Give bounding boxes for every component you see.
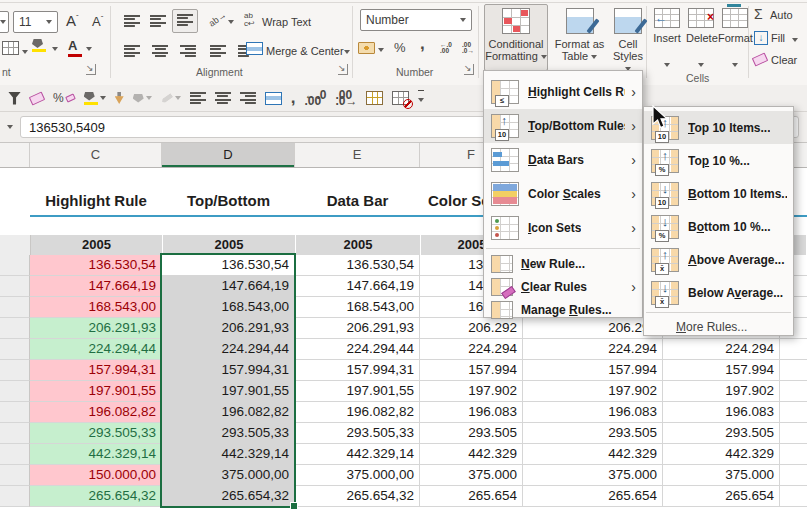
- cell-icon-set[interactable]: 442.329: [523, 444, 663, 465]
- cell-extra[interactable]: 442.329: [663, 444, 780, 465]
- cell-extra[interactable]: 197.902: [663, 381, 780, 402]
- submenu-item[interactable]: ↓ % Bottom 10 %...: [644, 210, 793, 243]
- cell-highlight-rule[interactable]: 196.082,82: [30, 402, 162, 423]
- cell-extra[interactable]: 224.294: [663, 339, 780, 360]
- cell-extra[interactable]: 157.994: [663, 360, 780, 381]
- increase-decimal-button[interactable]: ←.0.00: [440, 42, 452, 54]
- cell-empty[interactable]: [780, 486, 807, 507]
- cell-highlight-rule[interactable]: 150.000,00: [30, 465, 162, 486]
- cell-color-scale[interactable]: 206.292: [420, 318, 523, 339]
- percent-style-button[interactable]: %: [394, 40, 406, 55]
- cell-icon-set[interactable]: 265.654: [523, 486, 663, 507]
- decrease-font-size-button[interactable]: Aˇ: [92, 14, 103, 29]
- cell-icon-set[interactable]: 197.902: [523, 381, 663, 402]
- clear-button[interactable]: Clear: [771, 54, 797, 66]
- cell-icon-set[interactable]: 157.994: [523, 360, 663, 381]
- table-icon[interactable]: [366, 91, 383, 105]
- decrease-decimal-icon[interactable]: .00.0→: [335, 92, 357, 104]
- align-right-icon[interactable]: [240, 92, 256, 104]
- cell-top-bottom[interactable]: 196.082,82: [162, 402, 295, 423]
- cell-highlight-rule[interactable]: 293.505,33: [30, 423, 162, 444]
- menu-item[interactable]: Manage Rules...: [484, 298, 642, 321]
- column-header-E[interactable]: E: [295, 143, 420, 167]
- orientation-button[interactable]: ab→: [207, 9, 228, 28]
- cell-icon-set[interactable]: 375.000: [523, 465, 663, 486]
- cell-data-bar[interactable]: 197.901,55: [295, 381, 420, 402]
- decrease-decimal-button[interactable]: .00.0→: [462, 42, 474, 54]
- cell-empty[interactable]: [780, 465, 807, 486]
- cell-data-bar[interactable]: 375.000,00: [295, 465, 420, 486]
- fill-color-button[interactable]: [32, 39, 46, 52]
- number-dialog-launcher[interactable]: ↘: [464, 64, 474, 75]
- cell-top-bottom[interactable]: 136.530,54: [162, 255, 295, 276]
- wrap-text-button[interactable]: Wrap Text: [262, 16, 311, 28]
- more-options-icon[interactable]: [418, 90, 424, 106]
- accounting-format-button[interactable]: [358, 42, 375, 56]
- cell-empty[interactable]: [780, 444, 807, 465]
- cell-extra[interactable]: 293.505: [663, 423, 780, 444]
- comma-style-button[interactable]: ,: [420, 34, 425, 54]
- cell-top-bottom[interactable]: 197.901,55: [162, 381, 295, 402]
- cell-color-scale[interactable]: 293.505: [420, 423, 523, 444]
- cell-empty[interactable]: [780, 402, 807, 423]
- eraser-icon[interactable]: [30, 94, 44, 103]
- align-left-icon[interactable]: [190, 92, 206, 104]
- year-header[interactable]: 2005: [31, 235, 163, 255]
- font-color-button[interactable]: A: [68, 38, 82, 57]
- cell-top-bottom[interactable]: 224.294,44: [162, 339, 295, 360]
- column-header-stub[interactable]: [0, 143, 30, 167]
- cell-extra[interactable]: 196.083: [663, 402, 780, 423]
- cell-color-scale[interactable]: 196.083: [420, 402, 523, 423]
- cell-highlight-rule[interactable]: 168.543,00: [30, 297, 162, 318]
- borders-button[interactable]: [2, 41, 28, 57]
- merge-center-icon[interactable]: [265, 92, 282, 105]
- column-header-D[interactable]: D: [162, 143, 295, 167]
- cell-top-bottom[interactable]: 206.291,93: [162, 318, 295, 339]
- cell-icon-set[interactable]: 293.505: [523, 423, 663, 444]
- cell-data-bar[interactable]: 265.654,32: [295, 486, 420, 507]
- cell-highlight-rule[interactable]: 157.994,31: [30, 360, 162, 381]
- cell-data-bar[interactable]: 136.530,54: [295, 255, 420, 276]
- cell-top-bottom[interactable]: 293.505,33: [162, 423, 295, 444]
- year-header[interactable]: 2005: [296, 235, 421, 255]
- cell-data-bar[interactable]: 196.082,82: [295, 402, 420, 423]
- autosum-button[interactable]: Auto: [770, 9, 793, 21]
- data-validation-icon[interactable]: [392, 91, 409, 105]
- section-header-highlight-rule[interactable]: Highlight Rule: [30, 188, 162, 214]
- cell-color-scale[interactable]: 157.994: [420, 360, 523, 381]
- filter-icon[interactable]: [8, 92, 21, 105]
- align-center-icon[interactable]: [215, 92, 231, 104]
- comma-style-icon[interactable]: ,: [291, 88, 296, 108]
- menu-item[interactable]: Data Bars ›: [484, 143, 642, 177]
- section-header-top-bottom[interactable]: Top/Bottom: [162, 188, 295, 214]
- cell-color-scale[interactable]: 375.000: [420, 465, 523, 486]
- cell-color-scale[interactable]: 442.329: [420, 444, 523, 465]
- cell-highlight-rule[interactable]: 136.530,54: [30, 255, 162, 276]
- more-rules-item[interactable]: More Rules...: [644, 316, 793, 338]
- submenu-item[interactable]: ↑ x̄ Above Average...: [644, 243, 793, 276]
- section-header-data-bar[interactable]: Data Bar: [295, 188, 420, 214]
- cell-top-bottom[interactable]: 147.664,19: [162, 276, 295, 297]
- align-middle-icon[interactable]: [150, 15, 166, 27]
- cell-top-bottom[interactable]: 375.000,00: [162, 465, 295, 486]
- year-header[interactable]: 2005: [163, 235, 296, 255]
- menu-item[interactable]: Clear Rules ›: [484, 275, 642, 298]
- cell-color-scale[interactable]: 224.294: [420, 339, 523, 360]
- align-left-icon[interactable]: [124, 45, 140, 57]
- menu-item[interactable]: ≤ Highlight Cells Rules ›: [484, 75, 642, 109]
- cell-color-scale[interactable]: 265.654: [420, 486, 523, 507]
- cell-icon-set[interactable]: 224.294: [523, 339, 663, 360]
- merge-center-button[interactable]: Merge & Center: [266, 45, 344, 57]
- cell-styles-button[interactable]: Cell Styles: [610, 4, 646, 69]
- menu-item[interactable]: New Rule...: [484, 252, 642, 275]
- cell-data-bar[interactable]: 168.543,00: [295, 297, 420, 318]
- cell-empty[interactable]: [780, 423, 807, 444]
- cell-icon-set[interactable]: 196.083: [523, 402, 663, 423]
- number-format-combo[interactable]: Number: [360, 9, 472, 31]
- cell-extra[interactable]: 375.000: [663, 465, 780, 486]
- cell-top-bottom[interactable]: 157.994,31: [162, 360, 295, 381]
- menu-item[interactable]: Icon Sets ›: [484, 211, 642, 245]
- align-bottom-button[interactable]: [172, 9, 198, 33]
- cell-top-bottom[interactable]: 265.654,32: [162, 486, 295, 507]
- name-box-dropdown-icon[interactable]: [7, 125, 13, 129]
